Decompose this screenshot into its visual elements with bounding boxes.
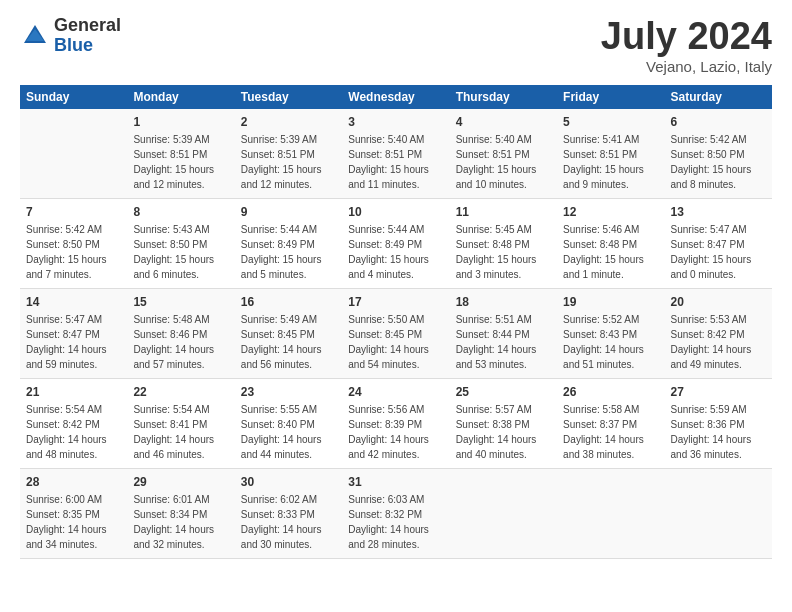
- header-row: SundayMondayTuesdayWednesdayThursdayFrid…: [20, 85, 772, 109]
- day-number: 28: [26, 474, 121, 490]
- day-info: Sunrise: 5:44 AM Sunset: 8:49 PM Dayligh…: [348, 224, 429, 280]
- day-info: Sunrise: 5:41 AM Sunset: 8:51 PM Dayligh…: [563, 134, 644, 190]
- day-number: 23: [241, 384, 336, 400]
- col-header-thursday: Thursday: [450, 85, 557, 109]
- day-number: 4: [456, 114, 551, 130]
- calendar-cell: 11Sunrise: 5:45 AM Sunset: 8:48 PM Dayli…: [450, 199, 557, 289]
- day-number: 18: [456, 294, 551, 310]
- day-number: 20: [671, 294, 766, 310]
- calendar-cell: 22Sunrise: 5:54 AM Sunset: 8:41 PM Dayli…: [127, 379, 234, 469]
- day-info: Sunrise: 5:39 AM Sunset: 8:51 PM Dayligh…: [241, 134, 322, 190]
- week-row-1: 1Sunrise: 5:39 AM Sunset: 8:51 PM Daylig…: [20, 109, 772, 199]
- day-info: Sunrise: 5:40 AM Sunset: 8:51 PM Dayligh…: [456, 134, 537, 190]
- logo: General Blue: [20, 16, 121, 56]
- calendar-cell: 12Sunrise: 5:46 AM Sunset: 8:48 PM Dayli…: [557, 199, 664, 289]
- calendar-cell: [20, 109, 127, 199]
- day-number: 22: [133, 384, 228, 400]
- day-number: 2: [241, 114, 336, 130]
- calendar-cell: 16Sunrise: 5:49 AM Sunset: 8:45 PM Dayli…: [235, 289, 342, 379]
- day-number: 27: [671, 384, 766, 400]
- logo-icon: [20, 21, 50, 51]
- calendar-cell: 19Sunrise: 5:52 AM Sunset: 8:43 PM Dayli…: [557, 289, 664, 379]
- day-number: 14: [26, 294, 121, 310]
- day-number: 1: [133, 114, 228, 130]
- day-number: 6: [671, 114, 766, 130]
- day-info: Sunrise: 5:45 AM Sunset: 8:48 PM Dayligh…: [456, 224, 537, 280]
- day-info: Sunrise: 5:50 AM Sunset: 8:45 PM Dayligh…: [348, 314, 429, 370]
- week-row-2: 7Sunrise: 5:42 AM Sunset: 8:50 PM Daylig…: [20, 199, 772, 289]
- day-number: 21: [26, 384, 121, 400]
- col-header-sunday: Sunday: [20, 85, 127, 109]
- day-number: 12: [563, 204, 658, 220]
- calendar-cell: 28Sunrise: 6:00 AM Sunset: 8:35 PM Dayli…: [20, 469, 127, 559]
- day-info: Sunrise: 5:57 AM Sunset: 8:38 PM Dayligh…: [456, 404, 537, 460]
- day-number: 7: [26, 204, 121, 220]
- calendar-title: July 2024: [601, 16, 772, 58]
- week-row-5: 28Sunrise: 6:00 AM Sunset: 8:35 PM Dayli…: [20, 469, 772, 559]
- day-number: 31: [348, 474, 443, 490]
- calendar-cell: 15Sunrise: 5:48 AM Sunset: 8:46 PM Dayli…: [127, 289, 234, 379]
- calendar-cell: 27Sunrise: 5:59 AM Sunset: 8:36 PM Dayli…: [665, 379, 772, 469]
- day-info: Sunrise: 5:39 AM Sunset: 8:51 PM Dayligh…: [133, 134, 214, 190]
- day-info: Sunrise: 5:53 AM Sunset: 8:42 PM Dayligh…: [671, 314, 752, 370]
- day-number: 30: [241, 474, 336, 490]
- day-number: 26: [563, 384, 658, 400]
- title-block: July 2024 Vejano, Lazio, Italy: [601, 16, 772, 75]
- day-number: 13: [671, 204, 766, 220]
- day-info: Sunrise: 5:47 AM Sunset: 8:47 PM Dayligh…: [26, 314, 107, 370]
- col-header-wednesday: Wednesday: [342, 85, 449, 109]
- calendar-cell: 4Sunrise: 5:40 AM Sunset: 8:51 PM Daylig…: [450, 109, 557, 199]
- calendar-cell: 31Sunrise: 6:03 AM Sunset: 8:32 PM Dayli…: [342, 469, 449, 559]
- calendar-cell: 29Sunrise: 6:01 AM Sunset: 8:34 PM Dayli…: [127, 469, 234, 559]
- calendar-table: SundayMondayTuesdayWednesdayThursdayFrid…: [20, 85, 772, 560]
- day-number: 24: [348, 384, 443, 400]
- day-number: 10: [348, 204, 443, 220]
- day-info: Sunrise: 5:54 AM Sunset: 8:42 PM Dayligh…: [26, 404, 107, 460]
- calendar-cell: 25Sunrise: 5:57 AM Sunset: 8:38 PM Dayli…: [450, 379, 557, 469]
- day-number: 25: [456, 384, 551, 400]
- day-info: Sunrise: 6:00 AM Sunset: 8:35 PM Dayligh…: [26, 494, 107, 550]
- calendar-cell: 14Sunrise: 5:47 AM Sunset: 8:47 PM Dayli…: [20, 289, 127, 379]
- calendar-cell: 9Sunrise: 5:44 AM Sunset: 8:49 PM Daylig…: [235, 199, 342, 289]
- calendar-cell: 7Sunrise: 5:42 AM Sunset: 8:50 PM Daylig…: [20, 199, 127, 289]
- calendar-cell: [665, 469, 772, 559]
- day-info: Sunrise: 5:43 AM Sunset: 8:50 PM Dayligh…: [133, 224, 214, 280]
- day-info: Sunrise: 5:52 AM Sunset: 8:43 PM Dayligh…: [563, 314, 644, 370]
- day-number: 19: [563, 294, 658, 310]
- calendar-cell: 8Sunrise: 5:43 AM Sunset: 8:50 PM Daylig…: [127, 199, 234, 289]
- day-info: Sunrise: 5:55 AM Sunset: 8:40 PM Dayligh…: [241, 404, 322, 460]
- day-info: Sunrise: 6:02 AM Sunset: 8:33 PM Dayligh…: [241, 494, 322, 550]
- calendar-cell: 18Sunrise: 5:51 AM Sunset: 8:44 PM Dayli…: [450, 289, 557, 379]
- day-info: Sunrise: 5:54 AM Sunset: 8:41 PM Dayligh…: [133, 404, 214, 460]
- calendar-cell: 24Sunrise: 5:56 AM Sunset: 8:39 PM Dayli…: [342, 379, 449, 469]
- day-info: Sunrise: 5:56 AM Sunset: 8:39 PM Dayligh…: [348, 404, 429, 460]
- day-number: 29: [133, 474, 228, 490]
- day-number: 9: [241, 204, 336, 220]
- col-header-friday: Friday: [557, 85, 664, 109]
- week-row-3: 14Sunrise: 5:47 AM Sunset: 8:47 PM Dayli…: [20, 289, 772, 379]
- day-info: Sunrise: 5:51 AM Sunset: 8:44 PM Dayligh…: [456, 314, 537, 370]
- day-info: Sunrise: 5:58 AM Sunset: 8:37 PM Dayligh…: [563, 404, 644, 460]
- day-number: 17: [348, 294, 443, 310]
- svg-marker-1: [26, 29, 44, 41]
- day-info: Sunrise: 5:59 AM Sunset: 8:36 PM Dayligh…: [671, 404, 752, 460]
- calendar-subtitle: Vejano, Lazio, Italy: [601, 58, 772, 75]
- logo-blue-text: Blue: [54, 36, 121, 56]
- day-number: 16: [241, 294, 336, 310]
- calendar-cell: [450, 469, 557, 559]
- day-number: 5: [563, 114, 658, 130]
- calendar-cell: 5Sunrise: 5:41 AM Sunset: 8:51 PM Daylig…: [557, 109, 664, 199]
- col-header-monday: Monday: [127, 85, 234, 109]
- calendar-cell: 13Sunrise: 5:47 AM Sunset: 8:47 PM Dayli…: [665, 199, 772, 289]
- day-number: 8: [133, 204, 228, 220]
- day-number: 15: [133, 294, 228, 310]
- day-info: Sunrise: 5:49 AM Sunset: 8:45 PM Dayligh…: [241, 314, 322, 370]
- day-info: Sunrise: 5:44 AM Sunset: 8:49 PM Dayligh…: [241, 224, 322, 280]
- day-info: Sunrise: 5:40 AM Sunset: 8:51 PM Dayligh…: [348, 134, 429, 190]
- calendar-cell: 23Sunrise: 5:55 AM Sunset: 8:40 PM Dayli…: [235, 379, 342, 469]
- calendar-cell: 2Sunrise: 5:39 AM Sunset: 8:51 PM Daylig…: [235, 109, 342, 199]
- calendar-cell: 30Sunrise: 6:02 AM Sunset: 8:33 PM Dayli…: [235, 469, 342, 559]
- day-number: 11: [456, 204, 551, 220]
- calendar-cell: 21Sunrise: 5:54 AM Sunset: 8:42 PM Dayli…: [20, 379, 127, 469]
- day-info: Sunrise: 5:42 AM Sunset: 8:50 PM Dayligh…: [26, 224, 107, 280]
